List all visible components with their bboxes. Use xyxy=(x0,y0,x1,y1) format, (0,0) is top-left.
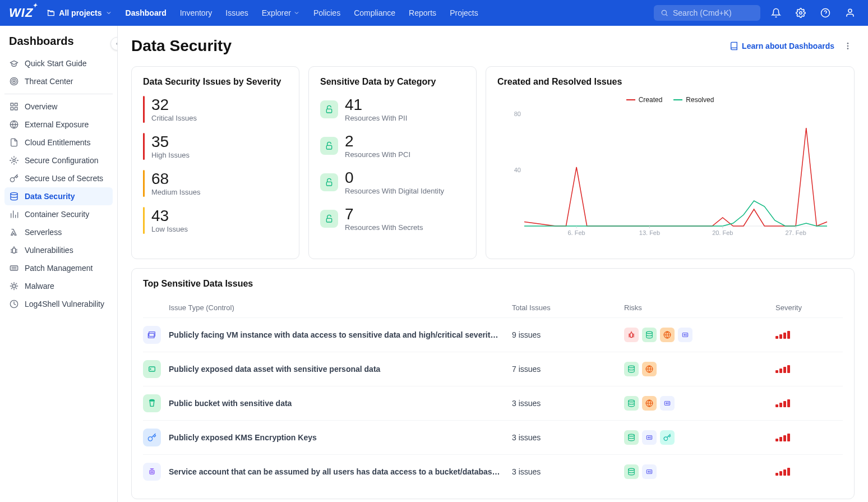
sidebar-item-label: External Exposure xyxy=(25,120,89,129)
user-button[interactable] xyxy=(841,4,859,22)
severity-item-med[interactable]: 68Medium Issues xyxy=(143,170,288,197)
sidebar-item-container-security[interactable]: Container Security xyxy=(4,205,113,223)
category-label: Resources With PCI xyxy=(345,150,410,159)
nav-item-policies[interactable]: Policies xyxy=(313,8,340,17)
sidebar-item-quick-start-guide[interactable]: Quick Start Guide xyxy=(4,54,113,72)
legend-item-created: Created xyxy=(626,96,663,104)
sidebar-title: Dashboards xyxy=(4,35,113,54)
sidebar: Dashboards Quick Start GuideThreat Cente… xyxy=(0,26,118,502)
sidebar-item-overview[interactable]: Overview xyxy=(4,98,113,116)
nav-item-dashboard[interactable]: Dashboard xyxy=(126,8,167,17)
svg-point-26 xyxy=(847,45,849,47)
table-row[interactable]: Publicly exposed KMS Encryption Keys3 is… xyxy=(143,420,843,454)
category-item[interactable]: 0Resources With Digital Identity xyxy=(320,169,465,195)
sidebar-item-label: Data Security xyxy=(25,192,75,201)
row-severity xyxy=(775,434,843,441)
severity-item-high[interactable]: 35High Issues xyxy=(143,133,288,160)
sidebar-item-malware[interactable]: Malware xyxy=(4,277,113,295)
nav-item-reports[interactable]: Reports xyxy=(409,8,436,17)
nav-item-projects[interactable]: Projects xyxy=(450,8,478,17)
risk-chip-bug xyxy=(624,328,639,342)
more-menu-button[interactable] xyxy=(841,39,855,53)
category-count: 41 xyxy=(345,96,407,114)
book-icon xyxy=(730,42,738,50)
category-card: Sensitive Data by Category 41Resources W… xyxy=(308,66,477,259)
nav-item-issues[interactable]: Issues xyxy=(225,8,248,17)
row-risks xyxy=(624,430,775,445)
sidebar-item-threat-center[interactable]: Threat Center xyxy=(4,72,113,90)
severity-bars-icon xyxy=(775,331,843,339)
learn-link[interactable]: Learn about Dashboards xyxy=(730,42,834,50)
logo[interactable]: WIZ✦ xyxy=(9,6,33,20)
sidebar-item-label: Secure Use of Secrets xyxy=(25,174,103,183)
sidebar-item-data-security[interactable]: Data Security xyxy=(4,187,113,205)
category-label: Resources With PII xyxy=(345,114,407,122)
help-button[interactable] xyxy=(816,4,834,22)
nav-item-explorer[interactable]: Explorer xyxy=(262,8,300,17)
search-box[interactable]: Search (Cmd+K) xyxy=(654,5,760,21)
nav-item-inventory[interactable]: Inventory xyxy=(180,8,213,17)
sidebar-item-label: Patch Management xyxy=(25,264,93,273)
settings-button[interactable] xyxy=(792,4,810,22)
svg-point-68 xyxy=(648,437,649,438)
category-item[interactable]: 2Resources With PCI xyxy=(320,132,465,159)
severity-count: 32 xyxy=(151,96,197,114)
risk-chip-key xyxy=(660,430,675,445)
sidebar-divider xyxy=(4,94,113,94)
sidebar-item-secure-configuration[interactable]: Secure Configuration xyxy=(4,151,113,169)
sidebar-item-label: Quick Start Guide xyxy=(25,59,87,68)
project-selector[interactable]: All projects xyxy=(47,8,112,17)
sidebar-item-cloud-entitlements[interactable]: Cloud Entitlements xyxy=(4,133,113,151)
severity-bar xyxy=(143,170,145,197)
table-row[interactable]: Publicly facing VM instance with data ac… xyxy=(143,317,843,352)
sidebar-item-label: Malware xyxy=(25,282,54,291)
risk-chip-globe xyxy=(642,396,657,411)
svg-point-63 xyxy=(666,403,667,404)
chart-card: Created and Resolved Issues CreatedResol… xyxy=(486,66,855,259)
severity-item-low[interactable]: 43Low Issues xyxy=(143,207,288,234)
legend-item-resolved: Resolved xyxy=(673,96,714,104)
row-type-icon xyxy=(143,463,161,481)
sidebar-item-vulnerabilities[interactable]: Vulnerabilities xyxy=(4,241,113,259)
row-name: Public bucket with sensitive data xyxy=(169,399,512,408)
severity-item-crit[interactable]: 32Critical Issues xyxy=(143,96,288,123)
row-name: Publicly facing VM instance with data ac… xyxy=(169,330,512,339)
svg-text:13. Feb: 13. Feb xyxy=(639,229,660,236)
risk-chip-db xyxy=(624,396,639,411)
severity-count: 68 xyxy=(151,170,200,188)
sidebar-item-patch-management[interactable]: Patch Management xyxy=(4,259,113,277)
unlock-icon xyxy=(320,137,338,155)
svg-point-54 xyxy=(150,369,151,369)
sidebar-item-label: Cloud Entitlements xyxy=(25,138,91,147)
sidebar-item-serverless[interactable]: Serverless xyxy=(4,223,113,241)
category-item[interactable]: 7Resources With Secrets xyxy=(320,205,465,232)
risk-chip-id xyxy=(660,396,675,411)
svg-point-27 xyxy=(847,48,849,49)
category-count: 2 xyxy=(345,132,410,150)
sidebar-item-external-exposure[interactable]: External Exposure xyxy=(4,116,113,133)
sidebar-item-label: Serverless xyxy=(25,228,62,237)
table-row[interactable]: Service account that can be assumed by a… xyxy=(143,454,843,489)
card-title: Top Sensitive Data Issues xyxy=(143,279,843,289)
table-row[interactable]: Publicly exposed data asset with sensiti… xyxy=(143,352,843,386)
svg-rect-45 xyxy=(630,333,633,338)
notifications-button[interactable] xyxy=(767,4,785,22)
category-count: 7 xyxy=(345,205,423,223)
risk-chip-db xyxy=(624,464,639,479)
grad-cap-icon xyxy=(9,58,19,68)
sparkle-icon: ✦ xyxy=(33,2,38,8)
sidebar-item-secure-use-of-secrets[interactable]: Secure Use of Secrets xyxy=(4,169,113,187)
svg-rect-8 xyxy=(15,103,17,106)
svg-rect-30 xyxy=(326,182,331,186)
svg-text:80: 80 xyxy=(514,110,521,117)
sidebar-item-label: Overview xyxy=(25,102,57,111)
table-row[interactable]: Public bucket with sensitive data3 issue… xyxy=(143,386,843,420)
category-item[interactable]: 41Resources With PII xyxy=(320,96,465,122)
severity-bars-icon xyxy=(775,468,843,476)
globe-icon xyxy=(9,119,19,130)
nav-item-compliance[interactable]: Compliance xyxy=(354,8,395,17)
svg-rect-29 xyxy=(326,145,331,149)
sidebar-item-log4shell-vulnerability[interactable]: Log4Shell Vulnerability xyxy=(4,295,113,313)
unlock-icon xyxy=(320,210,338,228)
severity-count: 35 xyxy=(151,133,190,151)
